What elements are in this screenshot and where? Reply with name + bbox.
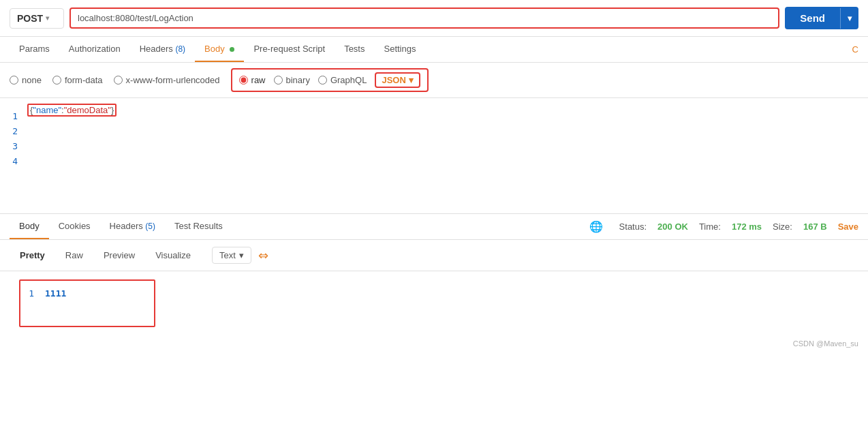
raw-group: raw binary GraphQL JSON ▾ [231, 68, 429, 92]
req-code-key: "name" [33, 105, 61, 115]
text-dropdown-chevron-icon: ▾ [239, 250, 244, 260]
req-code-value: "demoData" [64, 105, 111, 115]
globe-icon[interactable]: 🌐 [589, 220, 603, 233]
status-value: 200 OK [657, 222, 688, 232]
tab-cookies-overflow: C [852, 37, 858, 61]
tab-prerequest[interactable]: Pre-request Script [244, 37, 335, 62]
request-line-numbers: 1 2 3 4 [4, 104, 25, 174]
option-binary[interactable]: binary [274, 75, 310, 85]
tab-body-label: Body [204, 44, 225, 54]
option-urlencoded[interactable]: x-www-form-urlencoded [114, 75, 220, 85]
response-code-box: 1 1111 [19, 279, 155, 327]
rtab-body[interactable]: Body [10, 214, 49, 239]
option-raw[interactable]: raw [239, 75, 266, 85]
rtab-cookies[interactable]: Cookies [49, 214, 100, 239]
body-options: none form-data x-www-form-urlencoded raw… [0, 63, 868, 98]
fmt-pretty[interactable]: Pretty [10, 245, 55, 265]
rtab-headers[interactable]: Headers (5) [100, 214, 165, 239]
tab-settings[interactable]: Settings [374, 37, 425, 62]
send-label: Send [785, 7, 840, 29]
status-label: Status: [619, 222, 647, 232]
radio-raw[interactable] [239, 76, 248, 85]
radio-formdata[interactable] [52, 76, 61, 85]
option-none[interactable]: none [10, 75, 42, 85]
response-status-bar: 🌐 Status: 200 OK Time: 172 ms Size: 167 … [583, 220, 858, 233]
option-graphql[interactable]: GraphQL [318, 75, 367, 85]
url-input-wrapper [69, 7, 779, 29]
json-label: JSON [382, 75, 405, 85]
tab-authorization[interactable]: Authorization [59, 37, 130, 62]
req-line-4 [27, 148, 117, 163]
tab-tests[interactable]: Tests [335, 37, 374, 62]
req-line-num-3: 3 [11, 139, 18, 154]
option-formdata-label: form-data [65, 75, 103, 85]
fmt-raw[interactable]: Raw [55, 245, 93, 265]
json-chevron-icon: ▾ [409, 75, 414, 85]
tab-body-dot [230, 47, 234, 52]
tab-headers[interactable]: Headers (8) [130, 37, 195, 62]
request-tabs: Params Authorization Headers (8) Body Pr… [0, 37, 868, 63]
url-input[interactable] [78, 13, 771, 23]
option-none-label: none [22, 75, 42, 85]
response-value-1111: 1111 [45, 288, 66, 299]
method-select[interactable]: POST ▾ [10, 8, 64, 29]
resp-line-numbers: 1 [20, 284, 41, 323]
tab-headers-badge: (8) [175, 44, 185, 54]
footer: CSDN @Maven_su [0, 335, 868, 352]
option-formdata[interactable]: form-data [52, 75, 103, 85]
radio-none[interactable] [10, 76, 18, 85]
fmt-visualize[interactable]: Visualize [145, 245, 201, 265]
rtab-testresults[interactable]: Test Results [165, 214, 232, 239]
size-label: Size: [773, 222, 792, 232]
method-chevron-icon: ▾ [46, 14, 49, 22]
option-urlencoded-label: x-www-form-urlencoded [126, 75, 220, 85]
footer-text: CSDN @Maven_su [793, 339, 858, 348]
method-label: POST [17, 13, 43, 24]
fmt-preview[interactable]: Preview [93, 245, 145, 265]
response-format-bar: Pretty Raw Preview Visualize Text ▾ ⇔ [0, 240, 868, 271]
request-code-editor: 1 2 3 4 {"name":"demoData"} [0, 98, 868, 214]
time-label: Time: [699, 222, 721, 232]
tab-params[interactable]: Params [10, 37, 59, 62]
send-dropdown-icon[interactable]: ▾ [840, 8, 858, 29]
json-dropdown[interactable]: JSON ▾ [375, 72, 420, 88]
option-graphql-label: GraphQL [330, 75, 367, 85]
radio-binary[interactable] [274, 76, 283, 85]
req-line-2 [27, 118, 117, 133]
size-value: 167 B [803, 222, 827, 232]
radio-urlencoded[interactable] [114, 76, 123, 85]
url-bar: POST ▾ Send ▾ [0, 0, 868, 37]
wrap-icon[interactable]: ⇔ [258, 248, 268, 263]
tab-body[interactable]: Body [195, 37, 244, 62]
response-section: Body Cookies Headers (5) Test Results 🌐 … [0, 214, 868, 335]
req-code-close-brace: } [111, 105, 114, 115]
text-dropdown-label: Text [219, 250, 236, 260]
req-line-num-1: 1 [11, 109, 18, 124]
option-binary-label: binary [286, 75, 310, 85]
req-line-num-2: 2 [11, 124, 18, 139]
req-line-num-4: 4 [11, 154, 18, 169]
radio-graphql[interactable] [318, 76, 327, 85]
tab-headers-label: Headers [140, 44, 176, 54]
text-dropdown[interactable]: Text ▾ [212, 247, 251, 264]
option-raw-label: raw [251, 75, 266, 85]
response-code-area: 1 1111 [0, 271, 868, 335]
send-button[interactable]: Send ▾ [785, 7, 858, 29]
rtab-headers-badge: (5) [145, 222, 155, 231]
resp-line-num-1: 1 [27, 286, 34, 301]
save-response-link[interactable]: Save [838, 222, 858, 232]
req-line-3 [27, 133, 117, 148]
rtab-headers-label: Headers [110, 221, 146, 231]
resp-code-content: 1111 [41, 284, 154, 323]
time-value: 172 ms [732, 222, 762, 232]
response-tabs-bar: Body Cookies Headers (5) Test Results 🌐 … [0, 214, 868, 240]
